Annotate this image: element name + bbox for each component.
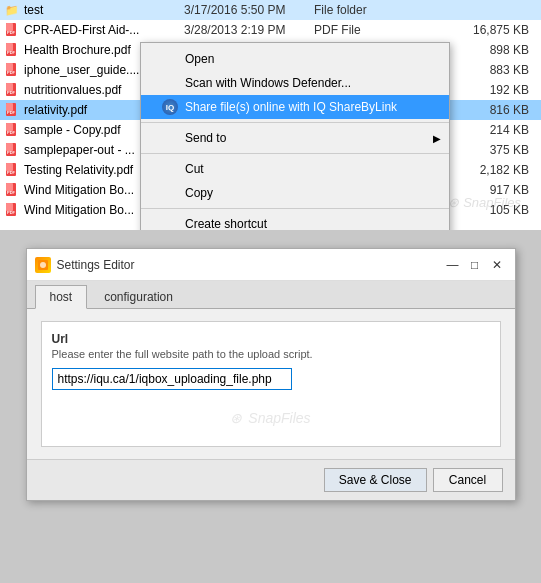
file-type: PDF File (314, 23, 414, 37)
file-explorer: 📁test3/17/2016 5:50 PMFile folder PDF CP… (0, 0, 541, 230)
svg-text:PDF: PDF (7, 70, 16, 75)
svg-text:PDF: PDF (7, 210, 16, 215)
menu-separator (141, 153, 449, 154)
menu-separator (141, 208, 449, 209)
panel-gap (0, 230, 541, 248)
close-button[interactable]: ✕ (487, 256, 507, 274)
context-menu: OpenScan with Windows Defender...IQShare… (140, 42, 450, 230)
cancel-button[interactable]: Cancel (433, 468, 503, 492)
menu-item-label: Create shortcut (185, 217, 267, 230)
svg-text:PDF: PDF (7, 190, 16, 195)
menu-item-sendto[interactable]: Send to▶ (141, 126, 449, 150)
pdf-icon: PDF (4, 62, 20, 78)
tab-configuration[interactable]: configuration (89, 285, 188, 308)
menu-item-label: Scan with Windows Defender... (185, 76, 351, 90)
menu-item-open[interactable]: Open (141, 47, 449, 71)
svg-text:PDF: PDF (7, 150, 16, 155)
svg-text:PDF: PDF (7, 110, 16, 115)
submenu-arrow-icon: ▶ (433, 133, 441, 144)
iq-icon: IQ (161, 98, 179, 116)
minimize-button[interactable]: — (443, 256, 463, 274)
pdf-icon: PDF (4, 42, 20, 58)
wm-symbol: ⊛ (230, 410, 242, 426)
file-name: test (24, 3, 184, 17)
menu-item-copy[interactable]: Copy (141, 181, 449, 205)
window-controls: — □ ✕ (443, 256, 507, 274)
menu-item-label: Share file(s) online with IQ ShareByLink (185, 100, 397, 114)
window-content: Url Please enter the full website path t… (27, 309, 515, 459)
file-name: CPR-AED-First Aid-... (24, 23, 184, 37)
file-type: File folder (314, 3, 414, 17)
svg-text:PDF: PDF (7, 50, 16, 55)
pdf-icon: PDF (4, 182, 20, 198)
window-title: Settings Editor (57, 258, 443, 272)
pdf-icon: PDF (4, 122, 20, 138)
menu-item-cut[interactable]: Cut (141, 157, 449, 181)
file-row[interactable]: 📁test3/17/2016 5:50 PMFile folder (0, 0, 541, 20)
menu-item-share[interactable]: IQShare file(s) online with IQ ShareByLi… (141, 95, 449, 119)
pdf-icon: PDF (4, 162, 20, 178)
svg-point-31 (40, 262, 46, 268)
url-input[interactable] (52, 368, 292, 390)
pdf-icon: PDF (4, 142, 20, 158)
file-date: 3/17/2016 5:50 PM (184, 3, 314, 17)
svg-text:PDF: PDF (7, 130, 16, 135)
svg-text:PDF: PDF (7, 170, 16, 175)
pdf-icon: PDF (4, 102, 20, 118)
window-footer: Save & Close Cancel (27, 459, 515, 500)
window-titlebar: Settings Editor — □ ✕ (27, 249, 515, 281)
tab-host[interactable]: host (35, 285, 88, 309)
content-box: Url Please enter the full website path t… (41, 321, 501, 447)
menu-item-shortcut[interactable]: Create shortcut (141, 212, 449, 230)
wm-text: SnapFiles (248, 410, 310, 426)
settings-window: Settings Editor — □ ✕ hostconfiguration … (26, 248, 516, 501)
maximize-button[interactable]: □ (465, 256, 485, 274)
window-watermark: ⊛ SnapFiles (52, 390, 490, 436)
menu-item-label: Cut (185, 162, 204, 176)
menu-item-label: Open (185, 52, 214, 66)
menu-item-label: Send to (185, 131, 226, 145)
menu-item-scan[interactable]: Scan with Windows Defender... (141, 71, 449, 95)
url-desc: Please enter the full website path to th… (52, 348, 490, 360)
file-row[interactable]: PDF CPR-AED-First Aid-...3/28/2013 2:19 … (0, 20, 541, 40)
pdf-icon: PDF (4, 22, 20, 38)
save-close-button[interactable]: Save & Close (324, 468, 427, 492)
menu-item-label: Copy (185, 186, 213, 200)
url-label: Url (52, 332, 490, 346)
app-icon (35, 257, 51, 273)
folder-icon: 📁 (4, 2, 20, 18)
window-tabs: hostconfiguration (27, 281, 515, 309)
pdf-icon: PDF (4, 202, 20, 218)
pdf-icon: PDF (4, 82, 20, 98)
svg-text:PDF: PDF (7, 30, 16, 35)
file-date: 3/28/2013 2:19 PM (184, 23, 314, 37)
svg-text:PDF: PDF (7, 90, 16, 95)
menu-separator (141, 122, 449, 123)
file-size: 16,875 KB (414, 23, 537, 37)
